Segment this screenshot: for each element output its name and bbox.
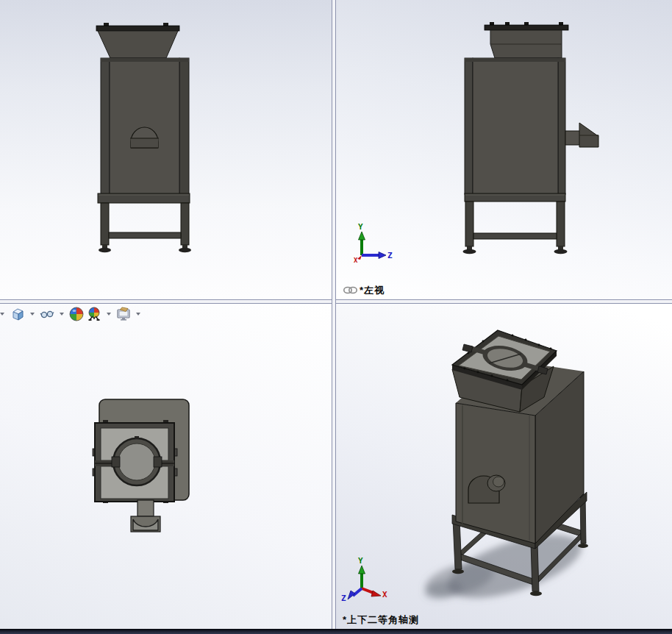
viewport-splitter-vertical[interactable] (332, 0, 336, 629)
cube-icon (10, 307, 25, 321)
axis-x-label: X (354, 257, 357, 265)
monitor-brush-icon (115, 307, 132, 321)
hopper-front[interactable] (96, 23, 179, 58)
window-bottom-edge (0, 629, 672, 634)
viewport-top[interactable] (0, 304, 332, 629)
stand-side[interactable] (463, 193, 568, 254)
chevron-down-icon[interactable] (136, 313, 140, 316)
foot-pad (99, 248, 111, 252)
chevron-down-icon[interactable] (30, 313, 35, 316)
foot-pad (452, 569, 464, 574)
outlet-dome-iso[interactable] (468, 475, 505, 503)
edit-appearance-button[interactable] (68, 306, 85, 322)
hopper-side[interactable] (485, 22, 568, 58)
inlet-opening (118, 444, 155, 480)
viewport-label-isometric-view: *上下二等角轴测 (343, 613, 419, 627)
glasses-icon (40, 308, 54, 320)
side-outlet-spout[interactable] (565, 123, 598, 147)
display-style-button[interactable] (39, 306, 55, 322)
axis-y-label: Y (358, 557, 363, 565)
hinge-block (112, 457, 120, 467)
outlet-top[interactable] (131, 500, 160, 532)
foot-pad (578, 544, 588, 548)
viewport-label-left-view: *左视 (360, 284, 385, 297)
view-settings-button[interactable] (115, 306, 132, 322)
chevron-down-icon[interactable] (60, 313, 64, 316)
solidworks-quad-view: Y Z X Y X Z *左视 *上下二等角轴测 (0, 0, 672, 634)
chevron-down-icon[interactable] (0, 313, 4, 316)
top-view-drawing[interactable] (0, 304, 332, 629)
stand-front[interactable] (98, 193, 191, 252)
viewport-front[interactable] (0, 0, 332, 299)
hinge-block (154, 457, 162, 467)
foot-pad (463, 249, 476, 254)
orientation-triad: Y Z X (351, 221, 396, 265)
heads-up-view-toolbar (0, 304, 144, 324)
orientation-triad: Y X Z (340, 555, 393, 601)
chevron-down-icon[interactable] (107, 313, 111, 316)
apply-scene-button[interactable] (86, 306, 102, 322)
axis-y-label: Y (358, 223, 363, 231)
scene-sphere-icon (87, 307, 101, 321)
foot-pad (554, 249, 568, 254)
axis-x-label: X (382, 591, 387, 599)
appearance-sphere-icon (69, 307, 84, 321)
machine-body-front[interactable] (101, 58, 189, 195)
hopper-rim-top[interactable] (93, 420, 177, 503)
axis-z-label: Z (387, 252, 393, 260)
front-view-drawing[interactable] (0, 0, 332, 299)
foot-pad (530, 591, 542, 596)
axis-z-label: Z (341, 594, 346, 602)
foot-pad (179, 248, 191, 252)
ring-nub (135, 436, 139, 439)
view-orientation-button[interactable] (10, 306, 26, 322)
machine-body-side[interactable] (465, 58, 598, 194)
viewport-splitter-horizontal[interactable] (0, 299, 672, 304)
clamp-tab (462, 344, 473, 352)
linked-views-icon (343, 285, 358, 295)
